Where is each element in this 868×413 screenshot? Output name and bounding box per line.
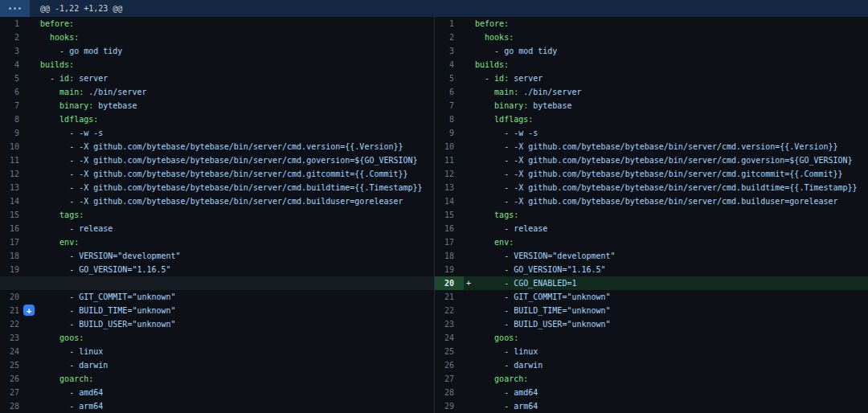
line-number[interactable]: 26 (435, 358, 464, 372)
line-number[interactable]: 15 (435, 208, 464, 222)
line-number[interactable]: 2 (0, 31, 29, 44)
line-number[interactable]: 10 (0, 140, 29, 153)
hunk-header-row: @@ -1,22 +1,23 @@ (0, 0, 868, 17)
line-number[interactable]: 7 (0, 99, 29, 112)
line-number[interactable]: 16 (0, 222, 29, 235)
code-line: tags: (464, 208, 868, 222)
line-number[interactable]: 14 (435, 194, 464, 208)
diff-row: 17 env: (0, 235, 434, 249)
line-number[interactable]: 9 (435, 126, 464, 140)
line-number[interactable]: 10 (435, 140, 464, 153)
line-number[interactable]: 4 (0, 58, 29, 72)
diff-row: 24 - linux (0, 345, 434, 358)
diff-row: 28 - amd64 (435, 386, 868, 399)
line-number[interactable]: 27 (435, 372, 464, 386)
line-number[interactable]: 11 (435, 153, 464, 167)
diff-row: 7 binary: bytebase (0, 99, 434, 112)
line-number[interactable]: 13 (0, 181, 29, 194)
line-number[interactable]: 25 (0, 358, 29, 372)
line-number[interactable]: 28 (0, 399, 29, 413)
diff-row: 8 ldflags: (435, 112, 868, 126)
line-number[interactable]: 12 (0, 167, 29, 181)
line-number[interactable]: 29 (435, 399, 464, 413)
code-line: goos: (464, 331, 868, 345)
line-number[interactable]: 22 (435, 304, 464, 317)
diff-row: 15 tags: (0, 208, 434, 222)
line-number[interactable]: 3 (0, 44, 29, 58)
line-number[interactable]: 19 (435, 263, 464, 276)
addition-plus-marker: + (466, 276, 471, 290)
code-line: - release (29, 222, 434, 235)
code-line: - go mod tidy (464, 44, 868, 58)
diff-row: 29 - arm64 (435, 399, 868, 413)
diff-row: 13 - -X github.com/bytebase/bytebase/bin… (0, 181, 434, 194)
diff-row: 12 - -X github.com/bytebase/bytebase/bin… (0, 167, 434, 181)
diff-row: 26 goarch: (0, 372, 434, 386)
code-line: - -X github.com/bytebase/bytebase/bin/se… (464, 194, 868, 208)
code-line: - -X github.com/bytebase/bytebase/bin/se… (29, 153, 434, 167)
code-line: - -X github.com/bytebase/bytebase/bin/se… (464, 140, 868, 153)
line-number[interactable]: 20 (0, 290, 29, 304)
line-number[interactable]: 8 (435, 112, 464, 126)
line-number[interactable]: 19 (0, 263, 29, 276)
line-number[interactable]: 11 (0, 153, 29, 167)
line-number[interactable]: 20 (435, 276, 464, 290)
code-line: - GIT_COMMIT="unknown" (464, 290, 868, 304)
line-number[interactable]: 6 (435, 85, 464, 99)
line-number[interactable]: 5 (0, 72, 29, 85)
diff-row: 5 - id: server (0, 72, 434, 85)
diff-row: 25 - linux (435, 345, 868, 358)
code-line: - VERSION="development" (464, 249, 868, 263)
line-number[interactable]: 27 (0, 386, 29, 399)
diff-row: 3 - go mod tidy (0, 44, 434, 58)
code-line: before: (29, 17, 434, 31)
diff-row: 25 - darwin (0, 358, 434, 372)
line-number[interactable]: 21 (435, 290, 464, 304)
diff-row: 3 - go mod tidy (435, 44, 868, 58)
line-number[interactable]: 6 (0, 85, 29, 99)
line-number[interactable]: 23 (0, 331, 29, 345)
line-number[interactable]: 26 (0, 372, 29, 386)
line-number[interactable]: 1 (0, 17, 29, 31)
line-number[interactable]: 7 (435, 99, 464, 112)
diff-row: 13 - -X github.com/bytebase/bytebase/bin… (435, 181, 868, 194)
code-line: - release (464, 222, 868, 235)
add-comment-button[interactable]: + (23, 305, 35, 316)
diff-row: 22 - BUILD_TIME="unknown" (435, 304, 868, 317)
line-number[interactable]: 1 (435, 17, 464, 31)
line-number[interactable]: 18 (435, 249, 464, 263)
line-number[interactable]: 12 (435, 167, 464, 181)
diff-row: 8 ldflags: (0, 112, 434, 126)
line-number[interactable]: 8 (0, 112, 29, 126)
line-number[interactable]: 13 (435, 181, 464, 194)
line-number[interactable]: 23 (435, 317, 464, 331)
hunk-header-text: @@ -1,22 +1,23 @@ (30, 0, 122, 17)
line-number[interactable]: 3 (435, 44, 464, 58)
line-number[interactable]: 18 (0, 249, 29, 263)
line-number[interactable]: 24 (435, 331, 464, 345)
expand-diff-button[interactable] (0, 0, 30, 17)
line-number[interactable]: 17 (435, 235, 464, 249)
line-number[interactable]: 2 (435, 31, 464, 44)
code-line: - arm64 (29, 399, 434, 413)
line-number[interactable]: 14 (0, 194, 29, 208)
line-number[interactable]: 9 (0, 126, 29, 140)
code-line: - amd64 (29, 386, 434, 399)
line-number[interactable]: 17 (0, 235, 29, 249)
line-number[interactable]: 4 (435, 58, 464, 72)
line-number[interactable]: 16 (435, 222, 464, 235)
expand-ellipsis-icon (18, 7, 21, 10)
line-number[interactable]: 5 (435, 72, 464, 85)
line-number[interactable]: 22 (0, 317, 29, 331)
code-line: - GO_VERSION="1.16.5" (464, 263, 868, 276)
line-number[interactable]: 28 (435, 386, 464, 399)
diff-row: 23 goos: (0, 331, 434, 345)
code-line: main: ./bin/server (29, 85, 434, 99)
line-number[interactable]: 15 (0, 208, 29, 222)
line-number[interactable]: 24 (0, 345, 29, 358)
diff-row: 20 - GIT_COMMIT="unknown" (0, 290, 434, 304)
code-line: goos: (29, 331, 434, 345)
code-line: - -X github.com/bytebase/bytebase/bin/se… (29, 194, 434, 208)
line-number[interactable]: 25 (435, 345, 464, 358)
code-line: - -X github.com/bytebase/bytebase/bin/se… (29, 140, 434, 153)
